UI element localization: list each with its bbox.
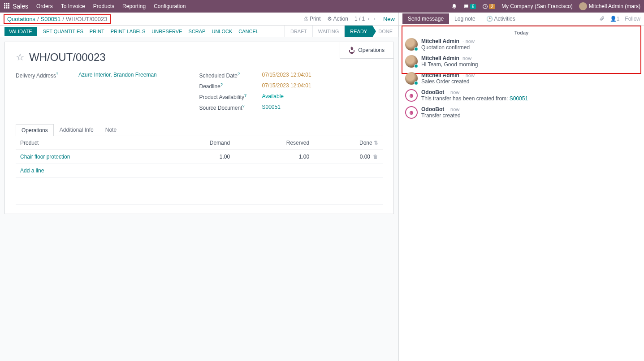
message-text: Sales Order created [421, 78, 475, 85]
status-draft[interactable]: DRAFT [285, 26, 313, 37]
delete-row-icon[interactable]: 🗑 [373, 154, 378, 160]
set-quantities-button[interactable]: SET QUANTITIES [43, 29, 83, 34]
print-action-button[interactable]: PRINT [90, 29, 104, 34]
send-message-button[interactable]: Send message [402, 13, 449, 24]
tab-operations[interactable]: Operations [16, 124, 54, 136]
status-bar: DRAFT WAITING READY DONE [285, 26, 398, 37]
tab-note[interactable]: Note [99, 124, 122, 136]
smart-button-operations[interactable]: Operations [340, 42, 393, 59]
follow-button[interactable]: Follow [625, 16, 640, 22]
message-text: Quotation confirmed [421, 44, 475, 51]
svg-rect-0 [4, 3, 5, 4]
message-author[interactable]: Mitchell Admin [421, 72, 459, 78]
pager-next[interactable]: › [374, 16, 376, 22]
svg-rect-5 [8, 5, 9, 6]
unlock-button[interactable]: UNLOCK [212, 29, 232, 34]
apps-icon[interactable] [4, 3, 10, 10]
avatar-icon [405, 72, 418, 85]
pager: 1 / 1 ‹ › [354, 16, 377, 22]
activity-badge: 2 [489, 4, 495, 9]
validate-button[interactable]: VALIDATE [4, 27, 37, 36]
breadcrumb-order[interactable]: S00051 [41, 16, 61, 22]
nav-orders[interactable]: Orders [36, 3, 53, 9]
message-text: Hi Team, Good morning [421, 61, 478, 68]
unreserve-button[interactable]: UNRESERVE [151, 29, 182, 34]
delivery-address-value[interactable]: Azure Interior, Brandon Freeman [78, 72, 157, 79]
status-ready[interactable]: READY [345, 26, 373, 37]
form-sheet: Operations ☆ WH/OUT/00023 Delivery Addre… [4, 42, 394, 214]
bot-avatar-icon: ☻ [405, 89, 418, 102]
today-label: Today [405, 30, 638, 35]
message-author[interactable]: OdooBot [421, 89, 444, 95]
svg-rect-7 [6, 7, 8, 9]
attachment-icon[interactable] [599, 16, 605, 22]
table-row[interactable]: Chair floor protection 1.00 1.00 0.00🗑 [16, 150, 383, 164]
chatter-panel: Send message Log note 🕒 Activities 👤1 Fo… [398, 13, 644, 361]
message-time: - now [461, 39, 475, 44]
nav-reporting[interactable]: Reporting [122, 3, 146, 9]
user-name: Mitchell Admin (mars) [589, 3, 640, 9]
record-title: WH/OUT/00023 [29, 51, 106, 64]
pager-prev[interactable]: ‹ [368, 16, 370, 22]
message-author[interactable]: OdooBot [421, 106, 444, 112]
activities-button[interactable]: 🕒 Activities [481, 13, 521, 24]
row-product[interactable]: Chair floor protection [16, 150, 162, 164]
help-icon[interactable]: ? [244, 93, 246, 98]
log-note-button[interactable]: Log note [449, 13, 481, 24]
message-author[interactable]: Mitchell Admin [421, 38, 459, 44]
help-icon[interactable]: ? [220, 82, 223, 87]
source-document-value[interactable]: S00051 [262, 104, 281, 111]
col-product[interactable]: Product [16, 136, 162, 150]
breadcrumb-quotations[interactable]: Quotations [7, 16, 35, 22]
bot-avatar-icon: ☻ [405, 106, 418, 119]
action-button[interactable]: ⚙Action [327, 16, 348, 22]
scrap-button[interactable]: SCRAP [189, 29, 206, 34]
status-waiting[interactable]: WAITING [313, 26, 345, 37]
activities-icon[interactable]: 2 [482, 4, 495, 9]
new-button[interactable]: New [383, 16, 395, 22]
col-done[interactable]: Done ⇅ [314, 136, 383, 150]
message-text: Transfer created [421, 112, 461, 119]
options-icon[interactable]: ⇅ [374, 140, 378, 146]
message: ☻ OdooBot - now Transfer created [405, 106, 638, 119]
message-time: - now [461, 73, 475, 78]
help-icon[interactable]: ? [238, 72, 240, 76]
status-done[interactable]: DONE [373, 26, 398, 37]
message: Mitchell Admin - now Quotation confirmed [405, 38, 638, 51]
notifications-icon[interactable] [451, 4, 457, 9]
nav-to-invoice[interactable]: To Invoice [61, 3, 85, 9]
user-menu[interactable]: Mitchell Admin (mars) [579, 2, 640, 10]
print-labels-button[interactable]: PRINT LABELS [111, 29, 145, 34]
control-bar: Quotations / S00051 / WH/OUT/00023 🖨Prin… [0, 13, 398, 26]
scheduled-date-value[interactable]: 07/15/2023 12:04:01 [262, 72, 311, 79]
message: Mitchell Admin - now Sales Order created [405, 72, 638, 85]
help-icon[interactable]: ? [242, 104, 245, 108]
tabs: Operations Additional Info Note [16, 124, 383, 136]
messaging-icon[interactable]: 6 [463, 4, 476, 9]
message-author[interactable]: Mitchell Admin [421, 55, 459, 61]
col-demand[interactable]: Demand [162, 136, 234, 150]
svg-rect-8 [8, 7, 9, 9]
message-link[interactable]: S00051 [510, 95, 528, 102]
app-brand[interactable]: Sales [13, 3, 28, 10]
message-time: - now [446, 90, 459, 95]
add-line-row[interactable]: Add a line [16, 164, 383, 178]
add-line[interactable]: Add a line [16, 164, 383, 178]
col-reserved[interactable]: Reserved [234, 136, 314, 150]
tab-additional-info[interactable]: Additional Info [54, 124, 99, 136]
row-demand[interactable]: 1.00 [162, 150, 234, 164]
nav-products[interactable]: Products [93, 3, 114, 9]
cancel-button[interactable]: CANCEL [238, 29, 259, 34]
scheduled-date-label: Scheduled Date? [199, 72, 262, 79]
favorite-star-icon[interactable]: ☆ [16, 52, 25, 63]
row-done[interactable]: 0.00🗑 [314, 150, 383, 164]
help-icon[interactable]: ? [56, 72, 58, 76]
avatar-icon [579, 2, 587, 10]
followers-button[interactable]: 👤1 [610, 16, 620, 22]
nav-configuration[interactable]: Configuration [154, 3, 186, 9]
company-selector[interactable]: My Company (San Francisco) [501, 3, 573, 9]
deadline-value: 07/15/2023 12:04:01 [262, 82, 311, 90]
print-button[interactable]: 🖨Print [303, 16, 321, 22]
row-reserved[interactable]: 1.00 [234, 150, 314, 164]
source-document-label: Source Document? [199, 104, 262, 111]
